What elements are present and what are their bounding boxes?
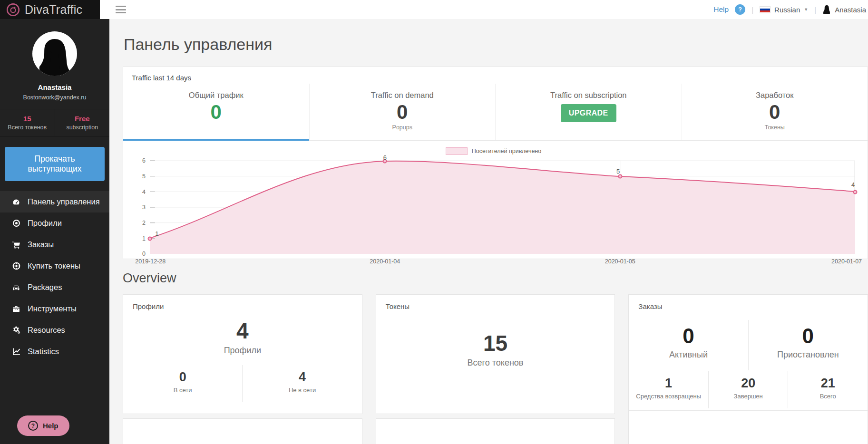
- sidebar-item-tools[interactable]: Инструменты: [0, 298, 109, 319]
- y-tick: 3: [131, 204, 146, 211]
- x-tick: 2020-01-04: [370, 258, 400, 265]
- header-help-link[interactable]: Help: [713, 5, 729, 14]
- sidebar-item-resources[interactable]: Resources: [0, 319, 109, 341]
- sidebar-item-label: Packages: [28, 283, 62, 292]
- tokens-main-stat: 15 Всего токенов: [376, 312, 615, 377]
- sidebar-item-label: Инструменты: [28, 304, 77, 313]
- sidebar-item-label: Купить токены: [28, 261, 80, 270]
- tab-total-traffic[interactable]: Общий трафик 0: [123, 84, 310, 140]
- language-selector[interactable]: Russian ▼: [760, 6, 808, 14]
- sidebar-item-buy-tokens[interactable]: Купить токены: [0, 255, 109, 277]
- sidebar-item-label: Заказы: [28, 240, 54, 249]
- header-divider: |: [814, 6, 816, 14]
- active-orders-stat: 0 Активный: [629, 320, 748, 370]
- dashboard-icon: [12, 198, 20, 206]
- x-tick: 2020-01-05: [605, 258, 635, 265]
- page-title: Панель управления: [124, 35, 868, 54]
- sidebar-help-button[interactable]: ? Help: [17, 415, 69, 436]
- tokens-stat: 15 Всего токенов: [0, 109, 55, 136]
- x-tick: 2020-01-07: [831, 258, 862, 265]
- tokens-stat-value: 15: [1, 115, 54, 123]
- orders-primary-row: 0 Активный 0 Приостановлен: [629, 312, 868, 371]
- sidebar-item-label: Профили: [28, 219, 62, 228]
- orders-card-title: Заказы: [629, 295, 868, 312]
- user-menu[interactable]: Anastasia: [822, 5, 866, 14]
- chevron-down-icon: ▼: [804, 7, 808, 12]
- subscription-stat-value: Free: [56, 115, 109, 123]
- boost-performers-button[interactable]: Прокачать выступающих: [5, 147, 105, 181]
- menu-toggle-icon[interactable]: [116, 4, 126, 15]
- tools-icon: [12, 305, 20, 313]
- buy-tokens-icon: [12, 262, 20, 270]
- profiles-card: Профили 4 Профили 0 В сети 4 Не в сети: [123, 294, 362, 414]
- next-row-card: [376, 418, 615, 444]
- tokens-stat-label: Всего токенов: [1, 124, 54, 131]
- tab-traffic-on-subscription[interactable]: Traffic on subscription UPGRADE: [496, 84, 682, 140]
- legend-label: Посетителей привлечено: [472, 148, 541, 154]
- header-divider: |: [751, 6, 753, 14]
- legend-swatch: [446, 147, 468, 155]
- sidebar-item-packages[interactable]: Packages: [0, 277, 109, 298]
- user-name: Anastasia: [835, 6, 866, 14]
- traffic-card: Traffic last 14 days Общий трафик 0 Traf…: [123, 67, 868, 259]
- y-tick: 0: [131, 251, 146, 257]
- female-silhouette-icon: [34, 35, 75, 76]
- profiles-column: Профили 4 Профили 0 В сети 4 Не в сети: [123, 294, 362, 444]
- orders-card: Заказы 0 Активный 0 Приостановлен 1 Сред…: [628, 294, 868, 444]
- sidebar-item-dashboard[interactable]: Панель управления: [0, 191, 109, 212]
- data-point: [853, 190, 858, 194]
- main-content: Панель управления Traffic last 14 days О…: [109, 19, 868, 444]
- area-chart-svg: [150, 161, 855, 254]
- tab-traffic-on-demand[interactable]: Traffic on demand 0 Popups: [310, 84, 496, 140]
- sidebar-menu: Панель управления Профили Заказы Купить …: [0, 191, 109, 362]
- brand-logo[interactable]: DivaTraffic: [0, 0, 100, 19]
- subscription-stat: Free subscription: [55, 109, 110, 136]
- y-tick: 2: [131, 220, 146, 226]
- sidebar-stats: 15 Всего токенов Free subscription: [0, 109, 109, 137]
- sidebar-item-orders[interactable]: Заказы: [0, 234, 109, 255]
- earnings-value: 0: [682, 101, 868, 124]
- statistics-icon: [12, 347, 20, 356]
- sidebar-item-profiles[interactable]: Профили: [0, 212, 109, 234]
- help-button-label: Help: [43, 422, 59, 430]
- profiles-card-title: Профили: [123, 295, 362, 312]
- chart-legend[interactable]: Посетителей привлечено: [129, 147, 858, 155]
- packages-icon: [12, 283, 20, 291]
- orders-icon: [12, 241, 20, 249]
- russian-flag-icon: [760, 6, 770, 13]
- y-tick: 4: [131, 189, 146, 195]
- total-orders-stat: 21 Всего: [788, 371, 868, 408]
- total-traffic-value: 0: [123, 101, 309, 124]
- sidebar: Anastasia Bostonwork@yandex.ru 15 Всего …: [0, 0, 109, 444]
- subscription-stat-label: subscription: [56, 124, 109, 131]
- tokens-column: Токены 15 Всего токенов: [376, 294, 615, 444]
- completed-stat: 20 Завершен: [708, 371, 788, 408]
- sidebar-item-label: Statistics: [28, 347, 59, 356]
- resources-icon: [12, 326, 20, 334]
- overview-title: Overview: [123, 271, 868, 286]
- data-label: 4: [851, 181, 855, 188]
- sidebar-item-label: Панель управления: [28, 197, 100, 206]
- data-label: 1: [155, 230, 158, 237]
- y-tick: 6: [131, 157, 146, 164]
- tokens-total-value: 15: [376, 331, 615, 356]
- traffic-chart: Посетителей привлечено: [123, 141, 868, 259]
- user-avatar-icon: [822, 5, 831, 14]
- tab-earnings[interactable]: Заработок 0 Токены: [682, 84, 868, 140]
- divatraffic-logo-icon: [6, 3, 20, 17]
- refunded-stat: 1 Средства возвращены: [629, 371, 708, 408]
- upgrade-button[interactable]: UPGRADE: [561, 104, 616, 122]
- data-point: [148, 236, 152, 241]
- sidebar-item-statistics[interactable]: Statistics: [0, 341, 109, 362]
- profile-email: Bostonwork@yandex.ru: [0, 94, 109, 101]
- paused-orders-stat: 0 Приостановлен: [748, 320, 868, 370]
- language-label: Russian: [774, 6, 800, 14]
- online-stat: 0 В сети: [123, 365, 242, 402]
- help-badge-icon[interactable]: ?: [735, 4, 745, 15]
- x-tick: 2019-12-28: [135, 258, 166, 265]
- sidebar-item-label: Resources: [28, 326, 65, 335]
- avatar[interactable]: [32, 31, 77, 76]
- traffic-tabs: Общий трафик 0 Traffic on demand 0 Popup…: [123, 84, 868, 141]
- profiles-main-stat: 4 Профили: [123, 312, 362, 365]
- profile-name: Anastasia: [0, 83, 109, 91]
